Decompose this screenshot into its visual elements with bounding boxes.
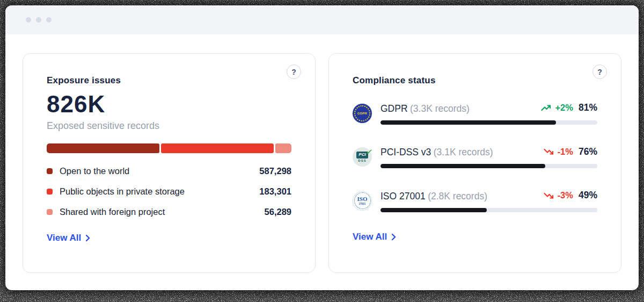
progress-track: [380, 120, 597, 125]
exposure-stacked-bar: [47, 143, 291, 153]
legend-swatch-icon: [47, 168, 53, 174]
legend-label: Shared with foreign project: [60, 207, 165, 217]
exposed-records-total: 826K: [47, 92, 291, 116]
view-all-link[interactable]: View All: [353, 232, 396, 242]
legend-row-shared-foreign: Shared with foreign project 56,289: [47, 202, 291, 222]
legend-label: Public objects in private storage: [60, 186, 185, 197]
trend-indicator: +2%: [541, 103, 573, 113]
window-control-dot: [36, 17, 41, 23]
dashboard-content: ? Exposure issues 826K Exposed sensitive…: [5, 34, 639, 273]
exposure-legend: Open to the world 587,298 Public objects…: [47, 161, 291, 222]
trend-delta: -3%: [558, 190, 573, 200]
pci-dss-badge-icon: PCI ✓ DSS: [353, 147, 372, 167]
progress-fill: [380, 120, 556, 125]
iso-27001-badge-icon: ISO 27001: [353, 191, 372, 211]
compliance-rows: GDPR GDPR (3.3K records): [353, 102, 597, 212]
card-title: Exposure issues: [47, 75, 291, 86]
help-button[interactable]: ?: [592, 64, 607, 79]
framework-label: GDPR (3.3K records): [380, 103, 470, 114]
trend-delta: -1%: [558, 147, 573, 157]
legend-row-open-to-the-world: Open to the world 587,298: [47, 161, 291, 181]
legend-label: Open to the world: [60, 166, 129, 176]
trend-indicator: -1%: [544, 147, 573, 157]
help-button[interactable]: ?: [287, 64, 301, 79]
chevron-right-icon: [391, 233, 396, 241]
question-mark-icon: ?: [291, 68, 296, 76]
compliance-percent: 81%: [579, 102, 597, 113]
card-title: Compliance status: [353, 75, 597, 86]
trend-down-icon: [544, 148, 554, 155]
compliance-row-iso-27001: ISO 27001 ISO 27001 (2.8K records): [353, 190, 597, 212]
progress-track: [380, 208, 597, 212]
app-window: ? Exposure issues 826K Exposed sensitive…: [5, 5, 639, 290]
legend-swatch-icon: [47, 189, 53, 195]
bar-segment-public-objects: [161, 143, 274, 153]
bar-segment-open-to-the-world: [47, 143, 159, 153]
compliance-row-gdpr: GDPR GDPR (3.3K records): [353, 102, 597, 125]
question-mark-icon: ?: [597, 68, 602, 76]
framework-label: ISO 27001 (2.8K records): [380, 191, 487, 202]
trend-delta: +2%: [555, 103, 573, 113]
legend-row-public-objects: Public objects in private storage 183,30…: [47, 181, 291, 202]
compliance-percent: 49%: [579, 190, 597, 201]
window-control-dot: [26, 17, 31, 23]
window-control-dot: [46, 17, 52, 23]
view-all-label: View All: [353, 232, 387, 242]
chevron-right-icon: [85, 234, 90, 242]
view-all-label: View All: [47, 233, 81, 243]
check-icon: ✓: [366, 148, 372, 155]
legend-value: 183,301: [259, 186, 291, 197]
legend-swatch-icon: [47, 209, 53, 215]
compliance-status-card: ? Compliance status GDPR GDPR (3.3K reco…: [328, 53, 621, 273]
progress-fill: [380, 164, 545, 168]
trend-down-icon: [544, 192, 554, 199]
compliance-row-pci-dss: PCI ✓ DSS PCI-DSS v3 (3.1K records): [353, 146, 597, 169]
legend-value: 56,289: [265, 207, 291, 217]
trend-up-icon: [541, 104, 552, 112]
progress-fill: [380, 208, 487, 212]
compliance-percent: 76%: [579, 146, 597, 157]
gdpr-badge-icon: GDPR: [353, 104, 372, 123]
exposed-records-caption: Exposed sensitive records: [47, 120, 291, 132]
framework-label: PCI-DSS v3 (3.1K records): [380, 147, 493, 158]
progress-track: [380, 164, 597, 168]
view-all-link[interactable]: View All: [47, 233, 90, 243]
window-titlebar: [5, 5, 639, 34]
bar-segment-shared-foreign: [275, 143, 291, 153]
legend-value: 587,298: [259, 166, 291, 176]
trend-indicator: -3%: [544, 190, 573, 200]
exposure-issues-card: ? Exposure issues 826K Exposed sensitive…: [23, 53, 316, 273]
